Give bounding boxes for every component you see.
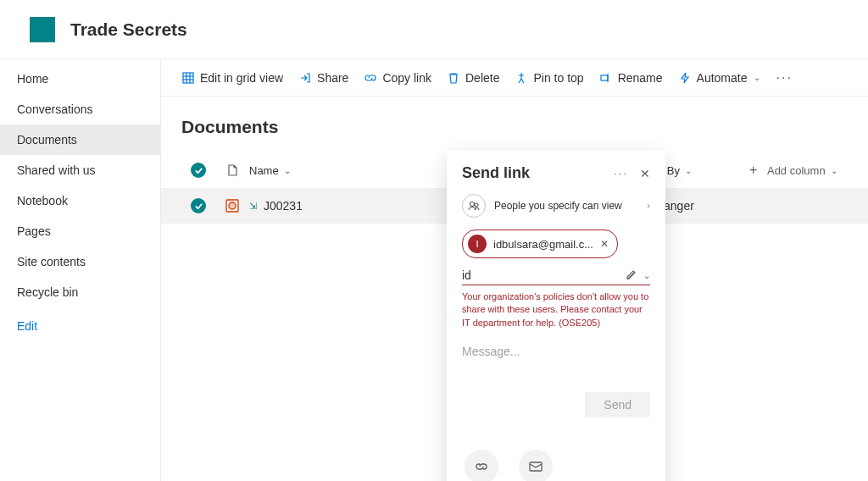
recipient-pill: I idbulsara@gmail.c... ✕	[462, 229, 618, 258]
toolbar-label: Rename	[618, 71, 663, 85]
chevron-down-icon: ⌄	[284, 166, 291, 175]
share-icon	[298, 71, 312, 85]
copy-link-action[interactable]: Copy link	[462, 450, 500, 481]
checkout-icon: ⇲	[249, 201, 257, 212]
toolbar-label: Copy link	[382, 71, 431, 85]
site-title: Trade Secrets	[70, 19, 187, 40]
svg-point-9	[475, 203, 478, 207]
message-input[interactable]: Message...	[462, 345, 650, 358]
link-icon	[465, 450, 498, 481]
toolbar-label: Pin to top	[533, 71, 583, 85]
sidebar-item-conversations[interactable]: Conversations	[0, 94, 160, 124]
file-icon	[225, 163, 239, 177]
error-message: Your organization's policies don't allow…	[462, 290, 650, 329]
toolbar-label: Delete	[465, 71, 499, 85]
sidebar-item-label: Notebook	[17, 194, 68, 207]
share-button[interactable]: Share	[298, 71, 348, 85]
send-link-dialog: Send link ··· ✕ People you specify can v…	[447, 151, 665, 481]
sidebar-item-notebook[interactable]: Notebook	[0, 185, 160, 216]
svg-rect-11	[530, 462, 542, 471]
type-column	[215, 163, 249, 177]
site-header: Trade Secrets	[0, 0, 868, 59]
automate-button[interactable]: Automate ⌄	[678, 71, 761, 85]
sidebar-item-label: Conversations	[17, 102, 93, 116]
grid-icon	[181, 71, 195, 85]
outlook-action[interactable]: Outlook	[519, 450, 553, 481]
site-logo	[30, 17, 55, 42]
more-options-button[interactable]: ···	[776, 70, 792, 86]
svg-point-7	[229, 202, 236, 209]
automate-icon	[678, 71, 692, 85]
sidebar-item-label: Site contents	[17, 255, 86, 268]
dialog-title: Send link	[462, 164, 530, 182]
link-settings-button[interactable]: People you specify can view ›	[462, 194, 650, 218]
file-name[interactable]: J00231	[264, 199, 303, 213]
command-bar: Edit in grid view Share Copy link Delete…	[161, 59, 868, 97]
chevron-down-icon: ⌄	[685, 166, 692, 175]
sidebar-item-label: Pages	[17, 224, 51, 238]
toolbar-label: Automate	[697, 71, 748, 85]
chevron-down-icon: ⌄	[831, 166, 837, 175]
outlook-icon	[519, 450, 553, 481]
check-circle-icon	[191, 163, 206, 178]
toolbar-label: Share	[317, 71, 348, 85]
chevron-down-icon[interactable]: ⌄	[643, 271, 650, 280]
left-navigation: Home Conversations Documents Shared with…	[0, 59, 161, 481]
dialog-close-button[interactable]: ✕	[640, 167, 650, 180]
chevron-right-icon: ›	[647, 200, 650, 212]
sidebar-item-documents[interactable]: Documents	[0, 124, 160, 155]
recipient-input-row: ⌄	[462, 268, 650, 285]
sidebar-item-label: Recycle bin	[17, 285, 78, 299]
powerpoint-file-icon	[224, 197, 241, 214]
sidebar-item-recycle-bin[interactable]: Recycle bin	[0, 277, 160, 307]
scope-label: People you specify can view	[494, 200, 638, 212]
pin-icon	[515, 71, 528, 85]
sidebar-item-pages[interactable]: Pages	[0, 216, 160, 246]
row-checkbox[interactable]	[191, 198, 206, 213]
sidebar-item-home[interactable]: Home	[0, 64, 160, 94]
sidebar-item-label: Shared with us	[17, 163, 96, 177]
sidebar-item-label: Documents	[17, 133, 77, 147]
toolbar-label: Edit in grid view	[200, 71, 283, 85]
page-title: Documents	[161, 97, 868, 152]
pin-to-top-button[interactable]: Pin to top	[515, 71, 583, 85]
remove-recipient-button[interactable]: ✕	[600, 238, 609, 250]
people-icon	[462, 194, 486, 218]
send-button[interactable]: Send	[585, 392, 650, 417]
recipient-avatar: I	[468, 235, 487, 253]
delete-icon	[447, 71, 460, 85]
column-label: Add column	[767, 164, 826, 177]
plus-icon: +	[749, 163, 757, 178]
dialog-more-button[interactable]: ···	[614, 167, 628, 180]
sidebar-item-shared-with-us[interactable]: Shared with us	[0, 155, 160, 185]
rename-icon	[599, 71, 613, 85]
svg-rect-5	[601, 75, 608, 80]
edit-permissions-icon[interactable]	[625, 269, 637, 281]
sidebar-item-label: Home	[17, 72, 48, 86]
sidebar-item-label: Edit	[17, 319, 37, 333]
recipient-email: idbulsara@gmail.c...	[493, 238, 593, 251]
svg-point-8	[470, 202, 475, 207]
rename-button[interactable]: Rename	[599, 71, 663, 85]
add-column-button[interactable]: + Add column⌄	[749, 163, 868, 178]
main-content: Edit in grid view Share Copy link Delete…	[161, 59, 868, 481]
sidebar-edit-link[interactable]: Edit	[0, 311, 160, 341]
sidebar-item-site-contents[interactable]: Site contents	[0, 246, 160, 277]
recipient-input[interactable]	[462, 268, 625, 282]
select-all-column[interactable]	[181, 163, 215, 178]
edit-in-grid-view-button[interactable]: Edit in grid view	[181, 71, 283, 85]
svg-rect-0	[183, 73, 193, 83]
link-icon	[364, 71, 377, 85]
chevron-down-icon: ⌄	[754, 73, 760, 82]
column-label: Name	[249, 164, 279, 177]
copy-link-button[interactable]: Copy link	[364, 71, 431, 85]
delete-button[interactable]: Delete	[447, 71, 499, 85]
